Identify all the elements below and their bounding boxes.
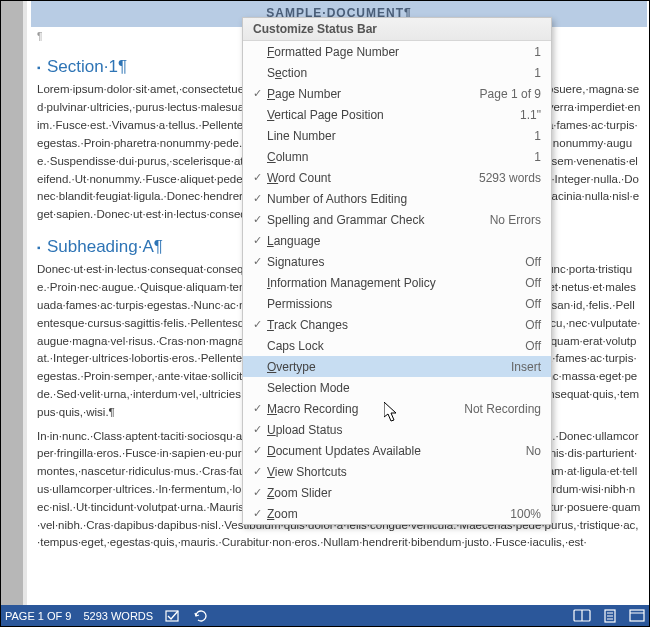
- menu-item-value: Off: [519, 297, 541, 311]
- menu-item-overtype[interactable]: OvertypeInsert: [243, 356, 551, 377]
- heading-text: Subheading·A¶: [47, 237, 163, 256]
- menu-item-label: Caps Lock: [267, 339, 519, 353]
- menu-item-track-changes[interactable]: ✓Track ChangesOff: [243, 314, 551, 335]
- menu-item-label: Selection Mode: [267, 381, 535, 395]
- check-icon: ✓: [247, 255, 267, 268]
- check-icon: ✓: [247, 507, 267, 520]
- svg-rect-7: [630, 610, 644, 621]
- read-mode-icon[interactable]: [573, 609, 591, 622]
- check-icon: ✓: [247, 486, 267, 499]
- menu-item-label: Track Changes: [267, 318, 519, 332]
- check-icon: ✓: [247, 234, 267, 247]
- heading-text: Section·1¶: [47, 57, 127, 76]
- page-gutter: [1, 1, 23, 606]
- check-icon: ✓: [247, 402, 267, 415]
- menu-item-label: Line Number: [267, 129, 528, 143]
- menu-title: Customize Status Bar: [243, 18, 551, 41]
- menu-item-value: Off: [519, 255, 541, 269]
- menu-item-language[interactable]: ✓Language: [243, 230, 551, 251]
- status-word-count[interactable]: 5293 WORDS: [83, 610, 153, 622]
- menu-item-permissions[interactable]: PermissionsOff: [243, 293, 551, 314]
- menu-item-label: View Shortcuts: [267, 465, 535, 479]
- menu-item-value: Insert: [505, 360, 541, 374]
- menu-item-view-shortcuts[interactable]: ✓View Shortcuts: [243, 461, 551, 482]
- status-page[interactable]: PAGE 1 OF 9: [5, 610, 71, 622]
- menu-item-selection-mode[interactable]: Selection Mode: [243, 377, 551, 398]
- menu-item-word-count[interactable]: ✓Word Count5293 words: [243, 167, 551, 188]
- check-icon: ✓: [247, 465, 267, 478]
- menu-item-label: Spelling and Grammar Check: [267, 213, 484, 227]
- check-icon: ✓: [247, 171, 267, 184]
- menu-item-document-updates-available[interactable]: ✓Document Updates AvailableNo: [243, 440, 551, 461]
- menu-item-value: 1.1": [514, 108, 541, 122]
- menu-item-label: Column: [267, 150, 528, 164]
- menu-item-label: Language: [267, 234, 535, 248]
- menu-item-label: Macro Recording: [267, 402, 458, 416]
- menu-item-label: Upload Status: [267, 423, 535, 437]
- menu-item-label: Number of Authors Editing: [267, 192, 535, 206]
- menu-item-upload-status[interactable]: ✓Upload Status: [243, 419, 551, 440]
- status-bar[interactable]: PAGE 1 OF 9 5293 WORDS: [1, 605, 649, 626]
- menu-item-value: Not Recording: [458, 402, 541, 416]
- menu-item-label: Permissions: [267, 297, 519, 311]
- menu-item-vertical-page-position[interactable]: Vertical Page Position1.1": [243, 104, 551, 125]
- menu-item-value: Off: [519, 339, 541, 353]
- menu-item-value: No Errors: [484, 213, 541, 227]
- menu-item-label: Word Count: [267, 171, 473, 185]
- menu-item-value: Off: [519, 276, 541, 290]
- menu-item-value: 1: [528, 129, 541, 143]
- menu-item-signatures[interactable]: ✓SignaturesOff: [243, 251, 551, 272]
- check-icon: ✓: [247, 423, 267, 436]
- menu-item-label: Page Number: [267, 87, 474, 101]
- menu-item-page-number[interactable]: ✓Page NumberPage 1 of 9: [243, 83, 551, 104]
- menu-item-label: Signatures: [267, 255, 519, 269]
- check-icon: ✓: [247, 192, 267, 205]
- check-icon: ✓: [247, 87, 267, 100]
- menu-item-value: 1: [528, 66, 541, 80]
- menu-item-label: Information Management Policy: [267, 276, 519, 290]
- menu-item-value: 5293 words: [473, 171, 541, 185]
- menu-item-spelling-and-grammar-check[interactable]: ✓Spelling and Grammar CheckNo Errors: [243, 209, 551, 230]
- menu-item-label: Section: [267, 66, 528, 80]
- page-edge: [23, 1, 27, 606]
- menu-item-number-of-authors-editing[interactable]: ✓Number of Authors Editing: [243, 188, 551, 209]
- web-layout-icon[interactable]: [629, 609, 645, 622]
- menu-item-value: 1: [528, 150, 541, 164]
- menu-item-label: Overtype: [267, 360, 505, 374]
- menu-item-section[interactable]: Section1: [243, 62, 551, 83]
- check-icon: ✓: [247, 213, 267, 226]
- check-icon: ✓: [247, 444, 267, 457]
- check-icon: ✓: [247, 318, 267, 331]
- menu-item-information-management-policy[interactable]: Information Management PolicyOff: [243, 272, 551, 293]
- menu-item-zoom[interactable]: ✓Zoom100%: [243, 503, 551, 524]
- status-bar-context-menu: Customize Status Bar Formatted Page Numb…: [242, 17, 552, 525]
- menu-item-label: Document Updates Available: [267, 444, 520, 458]
- menu-item-value: Off: [519, 318, 541, 332]
- menu-item-macro-recording[interactable]: ✓Macro RecordingNot Recording: [243, 398, 551, 419]
- menu-item-value: No: [520, 444, 541, 458]
- menu-item-label: Zoom: [267, 507, 504, 521]
- proofing-icon[interactable]: [165, 609, 181, 623]
- menu-item-value: 1: [528, 45, 541, 59]
- menu-item-label: Zoom Slider: [267, 486, 535, 500]
- menu-item-line-number[interactable]: Line Number1: [243, 125, 551, 146]
- menu-item-caps-lock[interactable]: Caps LockOff: [243, 335, 551, 356]
- menu-item-value: 100%: [504, 507, 541, 521]
- menu-item-column[interactable]: Column1: [243, 146, 551, 167]
- sync-icon[interactable]: [193, 609, 209, 623]
- menu-item-value: Page 1 of 9: [474, 87, 541, 101]
- menu-item-label: Formatted Page Number: [267, 45, 528, 59]
- menu-item-formatted-page-number[interactable]: Formatted Page Number1: [243, 41, 551, 62]
- menu-item-label: Vertical Page Position: [267, 108, 514, 122]
- menu-item-zoom-slider[interactable]: ✓Zoom Slider: [243, 482, 551, 503]
- print-layout-icon[interactable]: [603, 609, 617, 623]
